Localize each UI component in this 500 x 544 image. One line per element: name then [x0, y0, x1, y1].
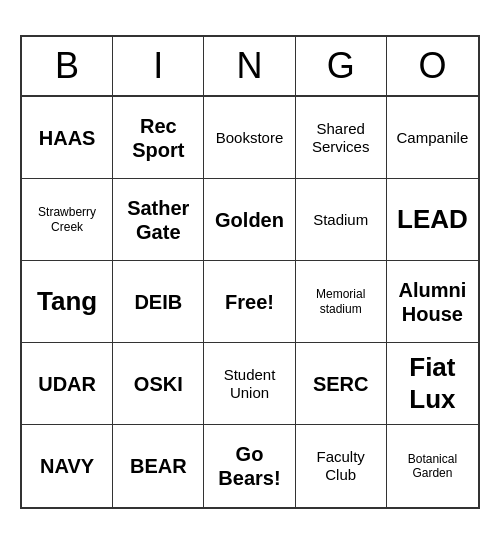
bingo-cell: Free!: [204, 261, 295, 343]
bingo-cell: Stadium: [296, 179, 387, 261]
cell-label: UDAR: [38, 372, 96, 396]
header-letter: O: [387, 37, 478, 95]
cell-label: OSKI: [134, 372, 183, 396]
bingo-cell: Go Bears!: [204, 425, 295, 507]
cell-label: Stadium: [313, 211, 368, 229]
bingo-cell: Campanile: [387, 97, 478, 179]
bingo-cell: Rec Sport: [113, 97, 204, 179]
bingo-cell: Shared Services: [296, 97, 387, 179]
bingo-cell: Sather Gate: [113, 179, 204, 261]
cell-label: Strawberry Creek: [26, 205, 108, 234]
cell-label: HAAS: [39, 126, 96, 150]
bingo-cell: Strawberry Creek: [22, 179, 113, 261]
header-letter: B: [22, 37, 113, 95]
cell-label: Free!: [225, 290, 274, 314]
cell-label: Alumni House: [391, 278, 474, 326]
bingo-cell: UDAR: [22, 343, 113, 425]
cell-label: DEIB: [134, 290, 182, 314]
bingo-cell: Golden: [204, 179, 295, 261]
bingo-cell: Botanical Garden: [387, 425, 478, 507]
bingo-cell: Fiat Lux: [387, 343, 478, 425]
header-letter: I: [113, 37, 204, 95]
bingo-cell: SERC: [296, 343, 387, 425]
cell-label: Memorial stadium: [300, 287, 382, 316]
cell-label: SERC: [313, 372, 369, 396]
cell-label: BEAR: [130, 454, 187, 478]
cell-label: Student Union: [208, 366, 290, 402]
cell-label: Shared Services: [300, 120, 382, 156]
bingo-cell: Memorial stadium: [296, 261, 387, 343]
cell-label: Botanical Garden: [391, 452, 474, 481]
bingo-cell: DEIB: [113, 261, 204, 343]
bingo-cell: OSKI: [113, 343, 204, 425]
cell-label: Sather Gate: [117, 196, 199, 244]
cell-label: Golden: [215, 208, 284, 232]
cell-label: Faculty Club: [300, 448, 382, 484]
bingo-grid: HAASRec SportBookstoreShared ServicesCam…: [22, 97, 478, 507]
bingo-cell: Bookstore: [204, 97, 295, 179]
header-letter: N: [204, 37, 295, 95]
bingo-cell: Student Union: [204, 343, 295, 425]
cell-label: Tang: [37, 286, 97, 317]
bingo-cell: NAVY: [22, 425, 113, 507]
bingo-cell: Alumni House: [387, 261, 478, 343]
cell-label: LEAD: [397, 204, 468, 235]
bingo-header: BINGO: [22, 37, 478, 97]
cell-label: NAVY: [40, 454, 94, 478]
bingo-cell: Tang: [22, 261, 113, 343]
cell-label: Rec Sport: [117, 114, 199, 162]
header-letter: G: [296, 37, 387, 95]
cell-label: Campanile: [397, 129, 469, 147]
bingo-cell: BEAR: [113, 425, 204, 507]
cell-label: Fiat Lux: [391, 352, 474, 414]
cell-label: Bookstore: [216, 129, 284, 147]
cell-label: Go Bears!: [208, 442, 290, 490]
bingo-cell: HAAS: [22, 97, 113, 179]
bingo-card: BINGO HAASRec SportBookstoreShared Servi…: [20, 35, 480, 509]
bingo-cell: LEAD: [387, 179, 478, 261]
bingo-cell: Faculty Club: [296, 425, 387, 507]
